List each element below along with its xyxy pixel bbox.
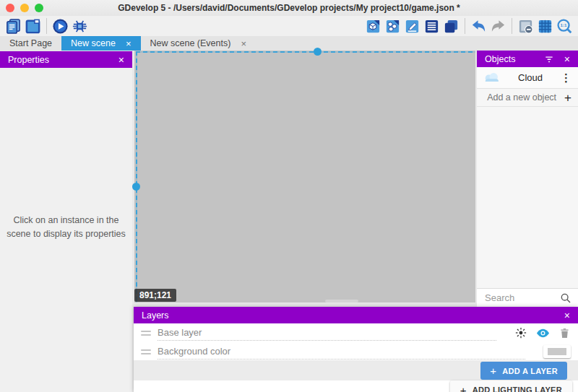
redo-icon — [490, 18, 506, 35]
traffic-lights — [6, 4, 43, 12]
add-lighting-layer-label: ADD LIGHTING LAYER — [473, 386, 562, 392]
selection-border-left — [136, 51, 137, 302]
tab-new-scene-events[interactable]: New scene (Events) × — [141, 36, 256, 51]
window-title: GDevelop 5 - /Users/david/Documents/GDev… — [0, 0, 578, 16]
drag-handle-icon[interactable] — [141, 331, 151, 336]
edit-scene-icon — [404, 18, 420, 35]
edit-scene-button[interactable] — [402, 17, 422, 35]
layer-effects-button[interactable] — [514, 326, 527, 339]
cursor-coordinates-badge: 891;121 — [134, 289, 176, 302]
objects-panel-title: Objects — [485, 54, 515, 64]
color-swatch-fill — [548, 348, 566, 355]
toggle-mask-button[interactable] — [516, 17, 535, 35]
tab-start-page[interactable]: Start Page — [0, 36, 61, 51]
close-icon[interactable]: × — [564, 310, 570, 321]
add-icon: + — [490, 365, 496, 377]
close-icon[interactable]: × — [564, 54, 570, 64]
layer-row-background: Background color — [134, 342, 578, 361]
add-lighting-layer-button[interactable]: + ADD LIGHTING LAYER — [450, 380, 572, 392]
properties-panel-header: Properties × — [0, 51, 132, 68]
play-icon — [52, 18, 69, 35]
object-list-item[interactable]: Cloud ⋮ — [477, 67, 578, 89]
background-color-swatch[interactable] — [543, 345, 571, 358]
start-page-button[interactable] — [23, 17, 43, 35]
toolbar-separator — [512, 18, 512, 34]
objects-panel-header: Objects × — [477, 51, 578, 67]
layer-delete-button[interactable] — [558, 327, 571, 339]
toggle-mask-icon — [517, 18, 534, 35]
close-window-button[interactable] — [6, 4, 14, 12]
tab-close-icon[interactable]: × — [126, 39, 131, 48]
project-manager-button[interactable] — [4, 17, 23, 35]
scene-canvas[interactable]: 891;121 — [134, 51, 475, 302]
filter-icon[interactable] — [544, 54, 554, 64]
trash-icon — [558, 327, 571, 339]
object-menu-icon[interactable]: ⋮ — [559, 71, 573, 84]
toggle-grid-icon — [537, 18, 553, 35]
properties-panel-title: Properties — [8, 55, 49, 65]
object-search-input[interactable] — [483, 292, 560, 304]
tab-label: Start Page — [9, 38, 52, 48]
search-icon[interactable] — [560, 292, 571, 304]
object-groups-icon — [384, 18, 401, 35]
tab-new-scene[interactable]: New scene × — [61, 36, 140, 51]
project-manager-icon — [5, 18, 22, 35]
layers-panel-header: Layers × — [134, 307, 578, 323]
layer-name-field[interactable]: Background color — [158, 344, 525, 360]
selection-border-top — [136, 51, 475, 53]
instances-list-button[interactable] — [441, 17, 461, 35]
tab-label: New scene (Events) — [150, 38, 231, 48]
eye-icon — [535, 326, 551, 341]
properties-panel: Properties × Click on an instance in the… — [0, 51, 132, 392]
zoom-ratio-label: 1:1 — [561, 22, 568, 27]
object-search-row — [477, 288, 578, 307]
resize-handle-top[interactable] — [314, 48, 322, 56]
add-icon[interactable]: + — [564, 92, 571, 104]
tab-bar: Start Page New scene × New scene (Events… — [0, 36, 578, 51]
zoom-window-button[interactable] — [35, 4, 43, 12]
drag-handle-icon[interactable] — [141, 349, 151, 354]
objects-panel: Objects × Cloud ⋮ Add a new object + — [477, 51, 578, 307]
resize-handle-left[interactable] — [132, 183, 140, 191]
cloud-icon — [482, 71, 501, 84]
start-page-icon — [25, 18, 41, 35]
effects-icon — [514, 326, 527, 339]
add-object-row[interactable]: Add a new object + — [477, 89, 578, 107]
object-groups-button[interactable] — [383, 17, 402, 35]
add-icon: + — [460, 384, 467, 392]
zoom-1-1-icon: 1:1 — [556, 18, 573, 35]
layers-panel: Layers × Base layer — [134, 307, 578, 392]
properties-list-icon — [423, 18, 440, 35]
layer-name-field[interactable]: Base layer — [158, 326, 496, 341]
properties-empty-message: Click on an instance in the scene to dis… — [6, 214, 126, 241]
layer-visibility-button[interactable] — [535, 326, 551, 341]
main-toolbar: 1:1 — [0, 16, 578, 36]
debug-icon — [72, 18, 88, 35]
undo-button[interactable] — [469, 17, 488, 35]
properties-list-button[interactable] — [422, 17, 441, 35]
objects-editor-button[interactable] — [363, 17, 383, 35]
undo-icon — [470, 18, 487, 35]
minimize-window-button[interactable] — [20, 4, 29, 12]
instances-list-icon — [443, 18, 460, 35]
add-layer-label: ADD A LAYER — [502, 367, 558, 375]
tab-close-icon[interactable]: × — [241, 39, 246, 48]
horizontal-scrollbar[interactable] — [325, 300, 358, 302]
tab-label: New scene — [71, 38, 116, 48]
redo-button[interactable] — [488, 17, 508, 35]
toggle-grid-button[interactable] — [535, 17, 555, 35]
zoom-options-button[interactable]: 1:1 — [555, 17, 574, 35]
object-name: Cloud — [501, 72, 559, 83]
play-button[interactable] — [51, 17, 70, 35]
titlebar: GDevelop 5 - /Users/david/Documents/GDev… — [0, 0, 578, 16]
objects-editor-icon — [365, 18, 381, 35]
close-icon[interactable]: × — [118, 55, 124, 65]
debug-button[interactable] — [70, 17, 90, 35]
add-layer-button[interactable]: + ADD A LAYER — [480, 362, 567, 380]
layers-panel-title: Layers — [142, 310, 169, 321]
toolbar-separator — [46, 18, 47, 34]
layer-row-base: Base layer — [134, 323, 578, 342]
gdevelop-window: GDevelop 5 - /Users/david/Documents/GDev… — [0, 0, 578, 392]
toolbar-separator — [465, 18, 465, 34]
add-object-label: Add a new object — [483, 92, 556, 103]
